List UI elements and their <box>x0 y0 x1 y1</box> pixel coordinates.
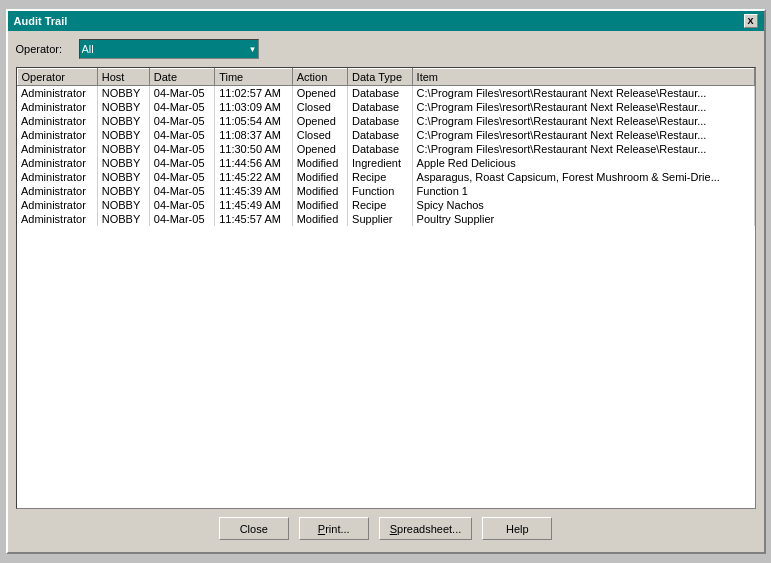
print-label: Print... <box>318 523 350 535</box>
cell-operator: Administrator <box>17 142 97 156</box>
cell-data_type: Database <box>348 142 413 156</box>
table-row: AdministratorNOBBY04-Mar-0511:45:22 AMMo… <box>17 170 754 184</box>
operator-select[interactable]: All <box>79 39 259 59</box>
cell-date: 04-Mar-05 <box>149 156 214 170</box>
cell-operator: Administrator <box>17 156 97 170</box>
spreadsheet-label: Spreadsheet... <box>390 523 462 535</box>
cell-action: Closed <box>292 128 347 142</box>
col-header-time: Time <box>215 69 293 86</box>
cell-operator: Administrator <box>17 198 97 212</box>
cell-item: Function 1 <box>412 184 754 198</box>
cell-data_type: Database <box>348 100 413 114</box>
operator-select-wrapper[interactable]: All <box>79 39 259 59</box>
spreadsheet-button[interactable]: Spreadsheet... <box>379 517 473 540</box>
cell-host: NOBBY <box>97 184 149 198</box>
cell-item: C:\Program Files\resort\Restaurant Next … <box>412 128 754 142</box>
cell-host: NOBBY <box>97 212 149 226</box>
cell-host: NOBBY <box>97 142 149 156</box>
cell-action: Opened <box>292 114 347 128</box>
cell-time: 11:05:54 AM <box>215 114 293 128</box>
cell-action: Modified <box>292 198 347 212</box>
cell-data_type: Database <box>348 128 413 142</box>
cell-data_type: Database <box>348 86 413 101</box>
cell-data_type: Ingredient <box>348 156 413 170</box>
cell-host: NOBBY <box>97 198 149 212</box>
audit-trail-window: Audit Trail X Operator: All Operator Hos… <box>6 9 766 554</box>
cell-date: 04-Mar-05 <box>149 128 214 142</box>
table-row: AdministratorNOBBY04-Mar-0511:05:54 AMOp… <box>17 114 754 128</box>
help-button[interactable]: Help <box>482 517 552 540</box>
cell-date: 04-Mar-05 <box>149 212 214 226</box>
cell-item: Poultry Supplier <box>412 212 754 226</box>
cell-time: 11:03:09 AM <box>215 100 293 114</box>
button-row: Close Print... Spreadsheet... Help <box>16 509 756 544</box>
cell-date: 04-Mar-05 <box>149 114 214 128</box>
cell-time: 11:45:49 AM <box>215 198 293 212</box>
cell-host: NOBBY <box>97 114 149 128</box>
cell-item: C:\Program Files\resort\Restaurant Next … <box>412 114 754 128</box>
table-row: AdministratorNOBBY04-Mar-0511:03:09 AMCl… <box>17 100 754 114</box>
col-header-action: Action <box>292 69 347 86</box>
close-button[interactable]: X <box>744 14 758 28</box>
cell-date: 04-Mar-05 <box>149 184 214 198</box>
table-row: AdministratorNOBBY04-Mar-0511:45:49 AMMo… <box>17 198 754 212</box>
cell-action: Modified <box>292 212 347 226</box>
window-title: Audit Trail <box>14 15 68 27</box>
cell-data_type: Function <box>348 184 413 198</box>
table-header-row: Operator Host Date Time Action Data Type… <box>17 69 754 86</box>
cell-operator: Administrator <box>17 100 97 114</box>
table-row: AdministratorNOBBY04-Mar-0511:45:39 AMMo… <box>17 184 754 198</box>
col-header-operator: Operator <box>17 69 97 86</box>
cell-action: Modified <box>292 156 347 170</box>
cell-action: Closed <box>292 100 347 114</box>
cell-host: NOBBY <box>97 100 149 114</box>
cell-time: 11:30:50 AM <box>215 142 293 156</box>
cell-date: 04-Mar-05 <box>149 86 214 101</box>
table-body: AdministratorNOBBY04-Mar-0511:02:57 AMOp… <box>17 86 754 227</box>
cell-item: Spicy Nachos <box>412 198 754 212</box>
cell-operator: Administrator <box>17 86 97 101</box>
col-header-datatype: Data Type <box>348 69 413 86</box>
content-area: Operator: All Operator Host Date Time Ac… <box>8 31 764 552</box>
cell-date: 04-Mar-05 <box>149 198 214 212</box>
cell-item: C:\Program Files\resort\Restaurant Next … <box>412 86 754 101</box>
table-row: AdministratorNOBBY04-Mar-0511:44:56 AMMo… <box>17 156 754 170</box>
cell-item: Apple Red Delicious <box>412 156 754 170</box>
audit-table: Operator Host Date Time Action Data Type… <box>17 68 755 226</box>
cell-operator: Administrator <box>17 184 97 198</box>
cell-host: NOBBY <box>97 170 149 184</box>
cell-action: Modified <box>292 170 347 184</box>
cell-item: C:\Program Files\resort\Restaurant Next … <box>412 100 754 114</box>
cell-date: 04-Mar-05 <box>149 100 214 114</box>
cell-date: 04-Mar-05 <box>149 142 214 156</box>
cell-operator: Administrator <box>17 128 97 142</box>
col-header-host: Host <box>97 69 149 86</box>
cell-host: NOBBY <box>97 156 149 170</box>
cell-date: 04-Mar-05 <box>149 170 214 184</box>
close-button[interactable]: Close <box>219 517 289 540</box>
title-bar: Audit Trail X <box>8 11 764 31</box>
print-button[interactable]: Print... <box>299 517 369 540</box>
operator-label: Operator: <box>16 43 71 55</box>
cell-time: 11:02:57 AM <box>215 86 293 101</box>
cell-data_type: Database <box>348 114 413 128</box>
cell-time: 11:08:37 AM <box>215 128 293 142</box>
cell-data_type: Recipe <box>348 170 413 184</box>
cell-operator: Administrator <box>17 114 97 128</box>
cell-operator: Administrator <box>17 212 97 226</box>
col-header-date: Date <box>149 69 214 86</box>
cell-host: NOBBY <box>97 128 149 142</box>
operator-row: Operator: All <box>16 39 756 59</box>
cell-data_type: Recipe <box>348 198 413 212</box>
table-row: AdministratorNOBBY04-Mar-0511:45:57 AMMo… <box>17 212 754 226</box>
cell-time: 11:45:39 AM <box>215 184 293 198</box>
cell-operator: Administrator <box>17 170 97 184</box>
cell-action: Opened <box>292 142 347 156</box>
table-row: AdministratorNOBBY04-Mar-0511:02:57 AMOp… <box>17 86 754 101</box>
cell-host: NOBBY <box>97 86 149 101</box>
cell-time: 11:45:57 AM <box>215 212 293 226</box>
cell-data_type: Supplier <box>348 212 413 226</box>
cell-time: 11:44:56 AM <box>215 156 293 170</box>
audit-table-container: Operator Host Date Time Action Data Type… <box>16 67 756 509</box>
table-row: AdministratorNOBBY04-Mar-0511:30:50 AMOp… <box>17 142 754 156</box>
